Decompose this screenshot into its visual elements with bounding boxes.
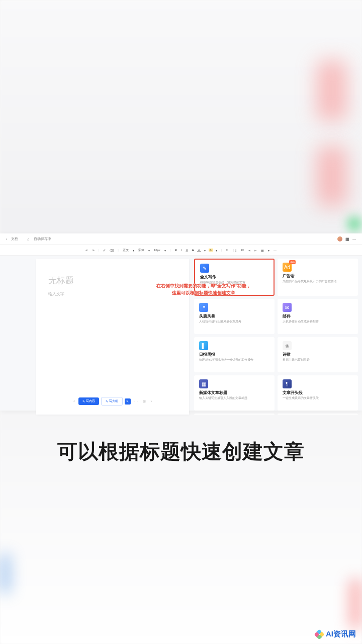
card-title: 新媒体文章标题	[199, 390, 269, 395]
font-color-button[interactable]: A	[197, 249, 201, 252]
apps-icon[interactable]: ▦	[345, 237, 349, 242]
template-card-诗歌[interactable]: ❀诗歌根据主题书写创意诗	[278, 337, 358, 372]
template-sidebar: 在右侧中找到需要的功能，即"全文写作"功能， 这里可以根据标题快速创建文章 ✎全…	[192, 259, 362, 415]
window-topbar: ‹ 文档 ⌂ 自动保存中 ▦ —	[0, 233, 362, 245]
undo-button[interactable]: ↶	[84, 249, 89, 252]
ai-button[interactable]: ✎	[125, 398, 131, 405]
bg-decoration	[317, 146, 347, 206]
doc-label[interactable]: 文档	[11, 236, 18, 242]
card-icon: ¶	[283, 379, 292, 388]
align-button[interactable]: ≡	[225, 249, 229, 252]
bg-decoration	[317, 60, 347, 121]
tutorial-annotation: 在右侧中找到需要的功能，即"全文写作"功能， 这里可以根据标题快速创建文章	[192, 282, 269, 297]
next-button[interactable]: ›	[149, 399, 153, 403]
card-icon: Ad	[283, 263, 292, 272]
card-title: 诗歌	[283, 352, 353, 357]
template-card-文章开头段[interactable]: ¶文章开头段一键生成吸睛的文章开头段	[278, 375, 358, 411]
table-button[interactable]: ▦	[260, 249, 265, 252]
outdent-button[interactable]: ⇤	[253, 249, 258, 252]
card-desc: 人机协作进行头脑风暴创意思考	[199, 320, 269, 324]
more-actions[interactable]: ⋯	[133, 399, 139, 404]
clear-format-button[interactable]: ⌫	[109, 249, 115, 252]
redo-button[interactable]: ↷	[91, 249, 96, 252]
card-title: 日报周报	[199, 352, 269, 357]
minimize-icon[interactable]: —	[352, 237, 356, 241]
home-icon[interactable]: ⌂	[27, 237, 29, 241]
template-card-新媒体文章标题[interactable]: ▦新媒体文章标题输入关键词生成引人入胜的文章标题	[194, 375, 275, 411]
highlight-button[interactable]: A	[209, 249, 213, 252]
format-toolbar: ↶ ↷ | ✐ ⌫ | 正文 ▾ 宋体 ▾ 16px ▾ | B I U S A…	[0, 245, 362, 256]
avatar[interactable]	[337, 236, 342, 242]
card-desc: 为您的产品寻找最具吸引力的广告宣传语	[283, 280, 353, 284]
card-title: 广告语	[283, 273, 353, 279]
bg-decoration	[0, 553, 10, 594]
bold-button[interactable]: B	[173, 249, 177, 252]
italic-button[interactable]: I	[180, 249, 183, 252]
prev-button[interactable]: ‹	[72, 399, 76, 403]
template-card-partial[interactable]: ▮	[278, 414, 358, 415]
font-select[interactable]: 宋体	[137, 248, 145, 253]
template-card-头脑风暴[interactable]: ❝头脑风暴人机协作进行头脑风暴创意思考	[194, 299, 275, 334]
card-icon: ▦	[199, 379, 208, 388]
watermark-text: AI资讯网	[326, 629, 356, 639]
card-icon: ✉	[283, 303, 292, 312]
card-desc: 人机协作自动生成各类邮件	[283, 320, 353, 324]
autosave-label: 自动保存中	[34, 236, 51, 242]
strike-button[interactable]: S	[191, 249, 195, 252]
card-desc: 根据主题书写创意诗	[283, 358, 353, 362]
expand-button[interactable]: ⊞	[141, 399, 147, 404]
card-icon: ❝	[199, 303, 208, 312]
write-content-button[interactable]: ✎ 写内容	[78, 397, 99, 405]
format-painter-button[interactable]: ✐	[102, 249, 107, 252]
size-select[interactable]: 16px	[153, 249, 161, 252]
card-desc: 梳理标签总可以总结一份优秀的工作报告	[199, 358, 269, 362]
card-icon: ▌	[199, 341, 208, 350]
app-window: ‹ 文档 ⌂ 自动保存中 ▦ — ↶ ↷ | ✐ ⌫ | 正文 ▾ 宋体 ▾ 1…	[0, 233, 362, 411]
ai-action-bar: ‹ ✎ 写内容 ✎ 写大纲 ✎ ⋯ ⊞ ›	[36, 397, 189, 406]
list-ul-button[interactable]: ⋮≡	[231, 249, 238, 252]
template-card-广告语[interactable]: Ad广告语为您的产品寻找最具吸引力的广告宣传语	[278, 259, 358, 296]
indent-button[interactable]: ⇥	[247, 249, 251, 252]
video-caption: 可以根据标题快速创建文章	[0, 438, 362, 465]
card-icon: ❀	[283, 341, 292, 350]
back-icon[interactable]: ‹	[6, 237, 7, 241]
bg-decoration	[347, 216, 362, 231]
card-icon: ✎	[200, 264, 209, 273]
card-desc: 一键生成吸睛的文章开头段	[283, 396, 353, 400]
template-card-邮件[interactable]: ✉邮件人机协作自动生成各类邮件	[278, 299, 358, 334]
more-button[interactable]: ⋯	[273, 249, 278, 252]
card-title: 全文写作	[200, 274, 268, 280]
write-outline-button[interactable]: ✎ 写大纲	[101, 397, 123, 406]
card-title: 头脑风暴	[199, 313, 269, 319]
template-card-partial[interactable]: ▮	[194, 414, 275, 415]
card-title: 邮件	[283, 313, 353, 319]
watermark-icon	[315, 630, 324, 639]
card-desc: 输入关键词生成引人入胜的文章标题	[199, 396, 269, 400]
watermark: AI资讯网	[315, 629, 356, 639]
card-title: 文章开头段	[283, 390, 353, 395]
bg-decoration	[349, 579, 362, 629]
template-card-日报周报[interactable]: ▌日报周报梳理标签总可以总结一份优秀的工作报告	[194, 337, 275, 372]
underline-button[interactable]: U	[185, 249, 189, 252]
list-ol-button[interactable]: 1≡	[239, 249, 245, 252]
style-select[interactable]: 正文	[122, 248, 130, 253]
